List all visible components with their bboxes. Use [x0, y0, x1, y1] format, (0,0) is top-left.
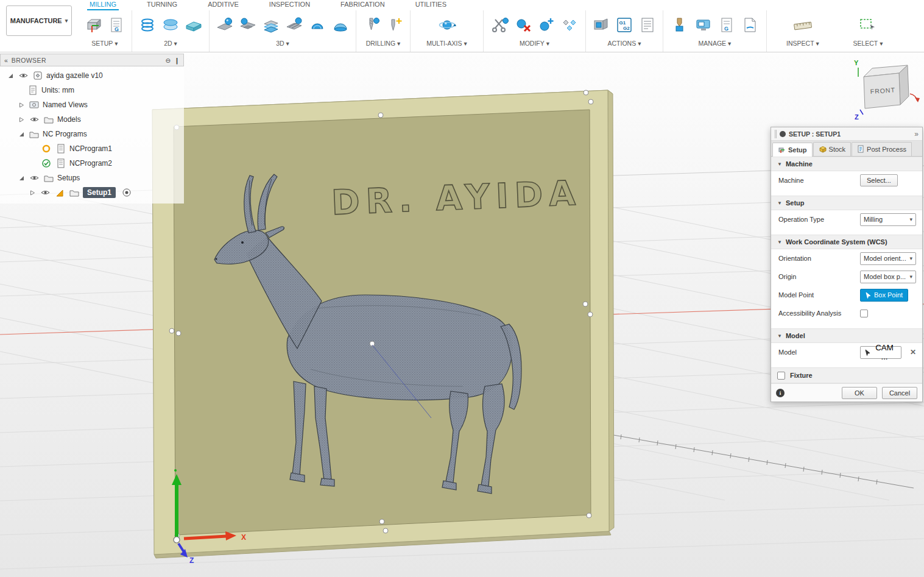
browser-item-setup1[interactable]: Setup1 — [0, 185, 184, 200]
expander-expanded-icon[interactable] — [17, 130, 26, 138]
browser-item-named-views[interactable]: Named Views — [0, 97, 184, 112]
2d-pocket-icon[interactable] — [159, 13, 182, 37]
panel-resize-handle[interactable]: ❙ — [174, 57, 180, 64]
delete-passes-icon[interactable] — [512, 13, 535, 37]
info-icon[interactable]: i — [776, 389, 785, 397]
trim-icon[interactable] — [488, 13, 512, 37]
browser-item-units[interactable]: Units: mm — [0, 83, 184, 97]
model-select-button[interactable]: CAM ... — [860, 346, 901, 359]
workspace-switcher-button[interactable]: MANUFACTURE ▾ — [6, 5, 72, 36]
scallop-icon[interactable] — [306, 13, 329, 37]
origin-row: Origin Model box p... ▾ — [771, 267, 922, 286]
group-label-setup[interactable]: SETUP▾ — [91, 38, 118, 47]
origin-point[interactable] — [174, 537, 180, 543]
visibility-eye-icon[interactable] — [28, 174, 40, 182]
operation-type-select[interactable]: Milling ▾ — [860, 213, 916, 226]
x-axis-label: X — [241, 533, 246, 542]
browser-item-document-root[interactable]: ayida gazelle v10 — [0, 68, 184, 83]
origin-select[interactable]: Model box p... ▾ — [860, 271, 916, 283]
group-label-drilling[interactable]: DRILLING▾ — [366, 38, 401, 47]
expander-expanded-icon[interactable] — [6, 71, 15, 80]
selection-box-icon[interactable] — [856, 13, 880, 37]
optimize-icon[interactable] — [558, 13, 581, 37]
browser-item-ncprogram2[interactable]: NCProgram2 — [0, 156, 184, 171]
visibility-eye-icon[interactable] — [17, 71, 29, 80]
visibility-eye-icon[interactable] — [28, 115, 40, 124]
tab-additive[interactable]: ADDITIVE — [205, 0, 241, 9]
dialog-titlebar[interactable]: SETUP : SETUP1 » — [771, 127, 922, 141]
drill-icon[interactable] — [360, 13, 383, 37]
tool-library-icon[interactable] — [669, 13, 692, 37]
section-model-header[interactable]: ▼ Model — [771, 328, 922, 343]
template-library-icon[interactable] — [738, 13, 761, 37]
adaptive-clearing-icon[interactable] — [213, 13, 236, 37]
collapse-panel-icon[interactable]: « — [4, 57, 8, 64]
group-label-manage[interactable]: MANAGE▾ — [699, 38, 732, 47]
active-setup-marker-icon[interactable] — [122, 188, 132, 197]
tab-utilities[interactable]: UTILITIES — [413, 0, 449, 9]
post-process-icon[interactable]: G1G2 — [613, 13, 636, 37]
group-label-inspect[interactable]: INSPECT▾ — [786, 38, 819, 47]
tab-fabrication[interactable]: FABRICATION — [338, 0, 387, 9]
group-label-select[interactable]: SELECT▾ — [853, 38, 883, 47]
expander-collapsed-icon[interactable] — [28, 188, 37, 197]
section-setup-header[interactable]: ▼ Setup — [771, 196, 922, 210]
face-icon[interactable] — [182, 13, 205, 37]
expander-expanded-icon[interactable] — [17, 174, 26, 182]
box-point-button[interactable]: Box Point — [860, 289, 908, 302]
y-axis-arrow[interactable] — [175, 483, 178, 537]
section-caret-icon: ▼ — [777, 200, 782, 206]
parallel-icon[interactable] — [283, 13, 306, 37]
clear-selection-icon[interactable]: ✕ — [910, 348, 916, 356]
group-label-2d[interactable]: 2D▾ — [164, 38, 177, 47]
visibility-eye-icon[interactable] — [39, 188, 51, 197]
group-label-modify[interactable]: MODIFY▾ — [520, 38, 549, 47]
section-wcs-header[interactable]: ▼ Work Coordinate System (WCS) — [771, 235, 922, 249]
pocket-clearing-icon[interactable] — [236, 13, 259, 37]
minimize-panel-icon[interactable]: ⊖ — [165, 57, 171, 64]
new-ncprogram-icon[interactable]: G — [105, 13, 128, 37]
stock-tab-icon — [819, 145, 827, 153]
fixture-checkbox[interactable] — [777, 372, 785, 380]
generating-badge-icon — [40, 144, 52, 154]
section-machine-header[interactable]: ▼ Machine — [771, 157, 922, 171]
measure-icon[interactable] — [791, 13, 814, 37]
view-cube[interactable]: Y FRONT Z — [852, 57, 922, 121]
browser-item-setups[interactable]: Setups — [0, 171, 184, 185]
expander-collapsed-icon[interactable] — [17, 101, 26, 109]
setup-sheet-icon[interactable] — [636, 13, 659, 37]
browser-item-models[interactable]: Models — [0, 112, 184, 127]
machine-library-icon[interactable] — [692, 13, 715, 37]
group-label-3d[interactable]: 3D▾ — [276, 38, 289, 47]
2d-adaptive-icon[interactable] — [136, 13, 159, 37]
group-label-actions[interactable]: ACTIONS▾ — [608, 38, 641, 47]
expander-collapsed-icon[interactable] — [17, 115, 26, 124]
dialog-detach-icon[interactable]: » — [914, 130, 919, 138]
tap-icon[interactable] — [383, 13, 406, 37]
tab-turning[interactable]: TURNING — [144, 0, 180, 9]
dialog-grip-icon[interactable] — [775, 130, 777, 138]
tab-milling[interactable]: MILLING — [87, 0, 119, 10]
group-label-multi-axis[interactable]: MULTI-AXIS▾ — [426, 38, 467, 47]
new-setup-icon[interactable] — [82, 13, 105, 37]
dialog-tab-post-process[interactable]: Post Process — [852, 142, 912, 156]
browser-item-ncprogram1[interactable]: NCProgram1 — [0, 141, 184, 156]
ok-button[interactable]: OK — [842, 387, 877, 399]
add-passes-icon[interactable] — [535, 13, 558, 37]
simulate-icon[interactable] — [590, 13, 613, 37]
machine-row: Machine Select... — [771, 171, 922, 189]
dialog-tab-setup[interactable]: Setup — [772, 143, 813, 157]
multi-axis-icon[interactable] — [436, 13, 459, 37]
g-code-editor-icon[interactable]: G — [715, 13, 738, 37]
group-drilling: DRILLING▾ — [356, 10, 411, 52]
machine-select-button[interactable]: Select... — [860, 174, 898, 186]
tab-inspection[interactable]: INSPECTION — [267, 0, 312, 9]
spiral-icon[interactable] — [329, 13, 352, 37]
origin-label: Origin — [778, 273, 860, 280]
orientation-select[interactable]: Model orient... ▾ — [860, 252, 916, 265]
accessibility-checkbox[interactable] — [860, 310, 868, 317]
steep-shallow-icon[interactable] — [259, 13, 283, 37]
cancel-button[interactable]: Cancel — [882, 387, 917, 399]
dialog-tab-stock[interactable]: Stock — [813, 142, 852, 156]
browser-item-nc-programs[interactable]: NC Programs — [0, 127, 184, 141]
